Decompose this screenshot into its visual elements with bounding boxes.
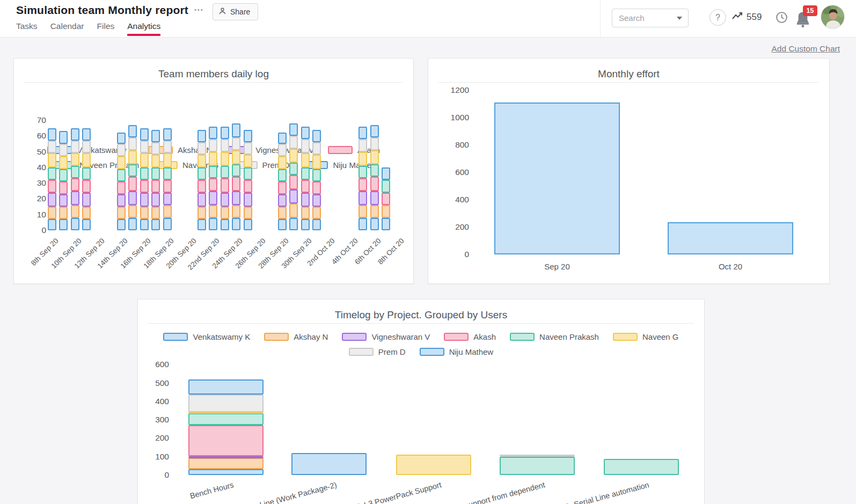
- bar-segment-vigneshwaran-v: [221, 193, 229, 207]
- bar-segment-akshay-n: [244, 207, 252, 219]
- bar-segment-niju-mathew: [232, 123, 240, 137]
- bar-segment-venkatswamy-k: [289, 218, 298, 230]
- notifications-button[interactable]: 15: [795, 9, 816, 31]
- bar-segment-venkatswamy-k: [71, 218, 79, 230]
- bar-segment-niju-mathew: [209, 127, 217, 139]
- bar-segment-niju-mathew: [59, 131, 68, 143]
- bar-segment-akash: [82, 180, 91, 192]
- bar-segment-naveen-g: [370, 150, 379, 164]
- bar-segment-naveen-g: [82, 153, 91, 167]
- bar-segment-prem-d: [117, 144, 126, 156]
- bar-segment-prem-d: [221, 139, 229, 151]
- bar-segment-akash: [278, 181, 287, 194]
- bar-segment-naveen-prakash: [278, 169, 287, 181]
- tab-tasks[interactable]: Tasks: [16, 21, 38, 36]
- bar-segment-naveen-g: [289, 149, 298, 163]
- y-axis-tick: 100: [141, 452, 169, 462]
- chevron-down-icon[interactable]: [677, 17, 682, 20]
- y-axis-tick: 1000: [441, 113, 469, 122]
- y-axis-tick: 30: [18, 178, 46, 188]
- share-button-label: Share: [230, 8, 250, 16]
- bar-segment-venkatswamy-k: [291, 453, 367, 475]
- bar-segment-niju-mathew: [244, 130, 252, 142]
- plot-area: 0102030405060708th Sep 2010th Sep 2012th…: [14, 59, 413, 283]
- more-options-icon[interactable]: •••: [194, 6, 204, 13]
- bar-segment-vigneshwaran-v: [209, 191, 217, 205]
- search-placeholder: Search: [612, 13, 677, 23]
- bar-segment-prem-d: [209, 139, 217, 151]
- bar-segment-naveen-prakash: [128, 164, 137, 177]
- bar-segment-akshay-n: [221, 207, 229, 219]
- search-input[interactable]: Search: [612, 9, 689, 27]
- bar-segment-niju-mathew: [117, 133, 126, 144]
- bar-segment-vigneshwaran-v: [188, 456, 264, 458]
- bar-segment-venkatswamy-k: [232, 218, 240, 230]
- bar-segment-niju-mathew: [289, 123, 298, 136]
- header-divider: [600, 0, 601, 38]
- bar-segment-niju-mathew: [163, 128, 172, 141]
- bar-sep-20: [494, 103, 620, 254]
- bar-segment-prem-d: [232, 137, 240, 150]
- activity-stream-button[interactable]: 559: [732, 12, 762, 23]
- y-axis-tick: 1200: [441, 85, 469, 95]
- bar-segment-niju-mathew: [301, 127, 310, 139]
- bar-segment-naveen-g: [59, 156, 68, 169]
- bar-segment-naveen-prakash: [59, 169, 68, 181]
- y-axis-tick: 400: [141, 397, 169, 406]
- y-axis-tick: 800: [441, 140, 469, 150]
- bar-segment-naveen-prakash: [221, 166, 229, 178]
- bar-segment-naveen-g: [48, 153, 56, 167]
- bar-segment-naveen-prakash: [604, 459, 679, 475]
- bar-segment-naveen-prakash: [232, 164, 240, 177]
- bar-segment-akash: [117, 181, 126, 194]
- avatar[interactable]: [821, 5, 845, 29]
- tab-calendar[interactable]: Calendar: [50, 21, 84, 36]
- y-axis-tick: 0: [18, 225, 46, 235]
- y-axis-tick: 0: [441, 250, 469, 259]
- y-axis-tick: 200: [441, 222, 469, 232]
- bar-segment-naveen-prakash: [301, 167, 310, 180]
- y-axis-tick: 10: [18, 210, 46, 220]
- x-axis-label: Sep 20: [494, 262, 620, 271]
- bar-segment-prem-d: [289, 136, 298, 148]
- bar-segment-venkatswamy-k: [301, 219, 310, 230]
- bar-segment-venkatswamy-k: [188, 469, 264, 475]
- bar-segment-venkatswamy-k: [128, 218, 137, 230]
- bar-segment-prem-d: [163, 141, 172, 153]
- tab-analytics[interactable]: Analytics: [127, 21, 160, 36]
- bar-segment-akshay-n: [151, 207, 160, 219]
- bar-segment-niju-mathew: [71, 128, 79, 141]
- bar-segment-akash: [244, 180, 252, 192]
- bar-segment-venkatswamy-k: [312, 219, 321, 230]
- y-axis-tick: 60: [18, 131, 46, 141]
- y-axis-tick: 70: [18, 115, 46, 125]
- bar-segment-venkatswamy-k: [359, 218, 367, 230]
- bar-segment-naveen-prakash: [188, 413, 264, 425]
- help-icon[interactable]: ?: [709, 9, 726, 26]
- tab-files[interactable]: Files: [97, 21, 115, 36]
- share-button[interactable]: Share: [213, 3, 258, 20]
- bar-segment-prem-d: [370, 137, 379, 150]
- app-header: Simulation team Monthly report ••• Share…: [0, 0, 856, 38]
- add-custom-chart-link[interactable]: Add Custom Chart: [772, 44, 840, 54]
- bar-segment-venkatswamy-k: [140, 219, 149, 230]
- bar-segment-prem-d: [244, 142, 252, 155]
- bar-segment-vigneshwaran-v: [48, 193, 56, 207]
- view-tabs: TasksCalendarFilesAnalytics: [16, 21, 160, 36]
- clock-icon[interactable]: [775, 11, 788, 26]
- bar-segment-niju-mathew: [188, 379, 264, 395]
- bar-segment-akash: [232, 177, 240, 191]
- bar-segment-prem-d: [312, 142, 321, 155]
- bar-segment-prem-d: [71, 141, 79, 153]
- bar-segment-naveen-prakash: [48, 167, 56, 180]
- y-axis-tick: 50: [18, 147, 46, 157]
- bar-segment-vigneshwaran-v: [197, 193, 206, 207]
- bar-segment-akash: [59, 181, 68, 194]
- bar-segment-akash: [71, 178, 79, 191]
- bar-segment-prem-d: [500, 455, 575, 457]
- bar-segment-niju-mathew: [82, 128, 91, 141]
- bar-segment-akshay-n: [382, 205, 390, 217]
- bar-segment-naveen-g: [221, 152, 229, 166]
- bar-segment-venkatswamy-k: [370, 218, 379, 230]
- plot-area: 020040060080010001200Sep 20Oct 20: [428, 59, 829, 283]
